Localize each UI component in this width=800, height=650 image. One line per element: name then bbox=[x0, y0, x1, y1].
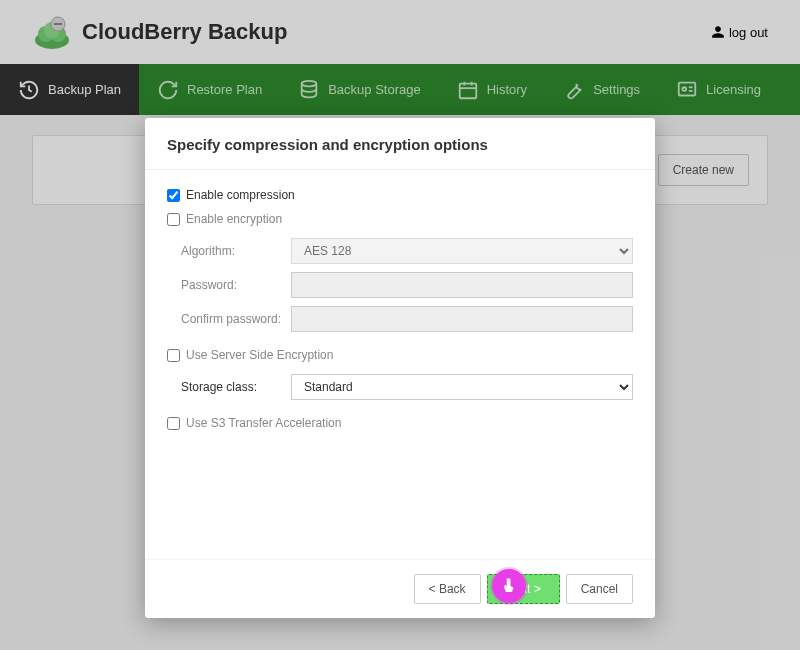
use-sse-checkbox[interactable] bbox=[167, 349, 180, 362]
use-sse-label: Use Server Side Encryption bbox=[186, 348, 333, 362]
password-input[interactable] bbox=[291, 272, 633, 298]
enable-encryption-checkbox[interactable] bbox=[167, 213, 180, 226]
enable-compression-checkbox[interactable] bbox=[167, 189, 180, 202]
cancel-button[interactable]: Cancel bbox=[566, 574, 633, 604]
cursor-highlight bbox=[492, 569, 526, 603]
use-s3-accel-row: Use S3 Transfer Acceleration bbox=[167, 416, 633, 430]
modal-title: Specify compression and encryption optio… bbox=[167, 136, 633, 153]
pointer-icon bbox=[500, 577, 518, 595]
modal-header: Specify compression and encryption optio… bbox=[145, 118, 655, 170]
compression-encryption-modal: Specify compression and encryption optio… bbox=[145, 118, 655, 618]
next-button[interactable]: Next > bbox=[487, 574, 560, 604]
confirm-password-input[interactable] bbox=[291, 306, 633, 332]
back-button[interactable]: < Back bbox=[414, 574, 481, 604]
enable-compression-row: Enable compression bbox=[167, 188, 633, 202]
modal-footer: < Back Next > Cancel bbox=[145, 559, 655, 618]
confirm-password-label: Confirm password: bbox=[181, 312, 291, 326]
storage-options: Storage class: Standard bbox=[181, 374, 633, 400]
enable-encryption-row: Enable encryption bbox=[167, 212, 633, 226]
encryption-options: Algorithm: AES 128 Password: Confirm pas… bbox=[181, 238, 633, 332]
storage-class-label: Storage class: bbox=[181, 380, 291, 394]
modal-body: Enable compression Enable encryption Alg… bbox=[145, 170, 655, 559]
use-sse-row: Use Server Side Encryption bbox=[167, 348, 633, 362]
use-s3-accel-label: Use S3 Transfer Acceleration bbox=[186, 416, 341, 430]
algorithm-select[interactable]: AES 128 bbox=[291, 238, 633, 264]
enable-encryption-label: Enable encryption bbox=[186, 212, 282, 226]
use-s3-accel-checkbox[interactable] bbox=[167, 417, 180, 430]
enable-compression-label: Enable compression bbox=[186, 188, 295, 202]
storage-class-select[interactable]: Standard bbox=[291, 374, 633, 400]
algorithm-label: Algorithm: bbox=[181, 244, 291, 258]
password-label: Password: bbox=[181, 278, 291, 292]
